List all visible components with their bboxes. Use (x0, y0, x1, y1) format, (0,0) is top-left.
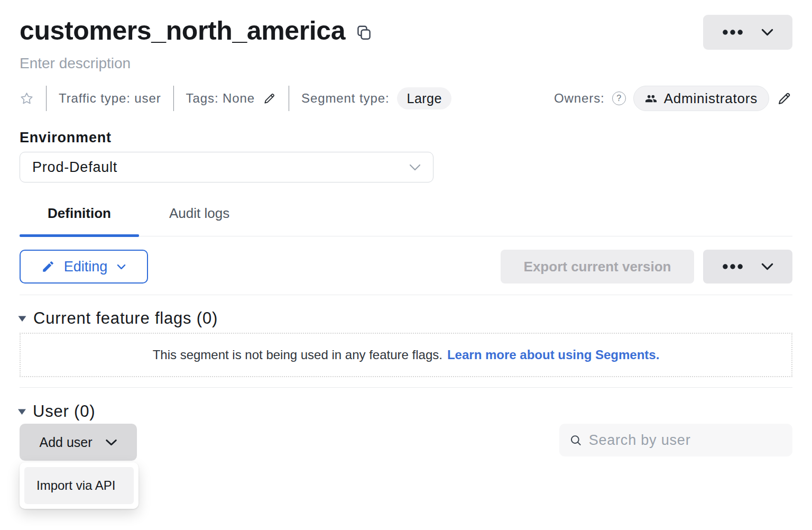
owners-badge-label: Administrators (664, 90, 758, 107)
header-more-button[interactable] (703, 15, 792, 50)
segment-type-badge: Large (397, 87, 451, 109)
environment-select[interactable]: Prod-Default (20, 152, 433, 182)
owners-badge: Administrators (633, 86, 769, 111)
export-version-button[interactable]: Export current version (501, 250, 694, 284)
header: customers_north_america Enter descriptio… (20, 0, 792, 72)
chevron-down-icon (409, 164, 421, 171)
chevron-down-icon (116, 264, 126, 270)
toolbar: Editing Export current version (20, 250, 792, 284)
editing-status-button[interactable]: Editing (20, 250, 148, 284)
divider-vertical (46, 86, 47, 111)
feature-flags-section-toggle[interactable]: Current feature flags (0) (17, 309, 792, 327)
environment-label: Environment (20, 130, 792, 145)
feature-flags-empty-state: This segment is not being used in any fe… (20, 333, 792, 377)
add-user-button[interactable]: Add user (20, 424, 137, 461)
tab-definition[interactable]: Definition (20, 198, 139, 236)
segment-type-label: Segment type: (301, 91, 389, 106)
edit-tags-pencil-icon[interactable] (263, 92, 276, 105)
feature-flags-heading: Current feature flags (0) (33, 309, 218, 327)
user-search (559, 424, 792, 456)
empty-message: This segment is not being used in any fe… (153, 348, 442, 362)
copy-icon[interactable] (356, 25, 372, 41)
divider-vertical (173, 86, 174, 111)
section-divider (20, 387, 792, 388)
description-placeholder[interactable]: Enter description (20, 55, 372, 72)
help-icon[interactable]: ? (612, 92, 626, 105)
tab-audit-logs[interactable]: Audit logs (169, 198, 229, 236)
traffic-type-label: Traffic type: user (59, 91, 161, 106)
triangle-down-icon (17, 315, 27, 322)
divider-vertical (289, 86, 289, 111)
user-section-toggle[interactable]: User (0) (17, 403, 792, 421)
page-title: customers_north_america (20, 16, 345, 45)
search-icon (569, 433, 582, 447)
learn-more-link[interactable]: Learn more about using Segments. (447, 348, 659, 362)
environment-select-value: Prod-Default (32, 159, 117, 176)
chevron-down-icon (105, 439, 117, 446)
chevron-down-icon (761, 263, 773, 270)
segment-detail-page: customers_north_america Enter descriptio… (0, 0, 812, 461)
editing-status-label: Editing (64, 259, 108, 275)
add-user-label: Add user (39, 435, 92, 450)
triangle-down-icon (17, 408, 26, 415)
add-user-dropdown-menu: Import via API (20, 462, 139, 509)
tab-bar: Definition Audit logs (20, 198, 792, 236)
search-input[interactable] (589, 432, 782, 449)
meta-row: Traffic type: user Tags: None Segment ty… (20, 87, 792, 109)
section-divider (20, 295, 792, 295)
ellipsis-icon (722, 263, 743, 270)
owners-label: Owners: (554, 91, 605, 106)
ellipsis-icon (722, 29, 743, 35)
tags-label: Tags: None (186, 91, 255, 106)
menu-item-import-via-api[interactable]: Import via API (24, 467, 134, 504)
star-icon[interactable] (20, 92, 34, 105)
user-heading: User (0) (33, 403, 95, 421)
edit-owners-pencil-icon[interactable] (777, 90, 792, 106)
user-controls-row: Add user Import via API (20, 424, 792, 461)
people-icon (645, 93, 657, 105)
pencil-icon (41, 260, 55, 273)
toolbar-more-button[interactable] (703, 250, 792, 284)
chevron-down-icon (761, 29, 773, 36)
